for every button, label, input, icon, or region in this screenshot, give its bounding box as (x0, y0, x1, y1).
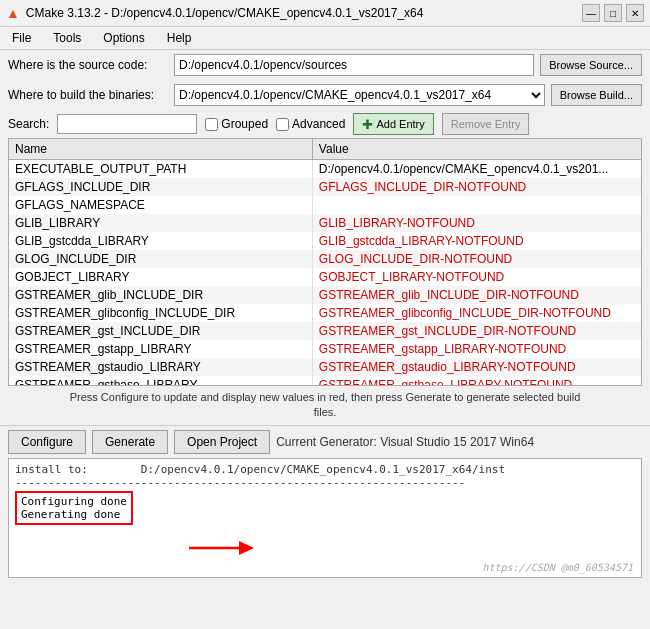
cell-value: GLIB_LIBRARY-NOTFOUND (312, 214, 641, 232)
advanced-label: Advanced (292, 117, 345, 131)
source-row: Where is the source code: Browse Source.… (0, 50, 650, 80)
cell-name: GSTREAMER_glibconfig_INCLUDE_DIR (9, 304, 312, 322)
cell-value: D:/opencv4.0.1/opencv/CMAKE_opencv4.0.1_… (312, 160, 641, 179)
output-line: ----------------------------------------… (15, 476, 635, 489)
window-title: CMake 3.13.2 - D:/opencv4.0.1/opencv/CMA… (26, 6, 424, 20)
grouped-checkbox-group: Grouped (205, 117, 268, 131)
generate-button[interactable]: Generate (92, 430, 168, 454)
cell-name: GSTREAMER_gstaudio_LIBRARY (9, 358, 312, 376)
svg-marker-1 (239, 541, 254, 555)
cell-value: GFLAGS_INCLUDE_DIR-NOTFOUND (312, 178, 641, 196)
output-line: install to: D:/opencv4.0.1/opencv/CMAKE_… (15, 463, 635, 476)
cell-value: GSTREAMER_gstapp_LIBRARY-NOTFOUND (312, 340, 641, 358)
cell-name: GSTREAMER_gstapp_LIBRARY (9, 340, 312, 358)
cmake-variables-table: Name Value EXECUTABLE_OUTPUT_PATHD:/open… (9, 139, 641, 386)
menu-tools[interactable]: Tools (49, 29, 85, 47)
add-icon: ✚ (362, 117, 373, 132)
grouped-checkbox[interactable] (205, 118, 218, 131)
search-row: Search: Grouped Advanced ✚ Add Entry Rem… (0, 110, 650, 138)
cell-name: GLIB_gstcdda_LIBRARY (9, 232, 312, 250)
cell-name: GFLAGS_NAMESPACE (9, 196, 312, 214)
grouped-label: Grouped (221, 117, 268, 131)
menu-help[interactable]: Help (163, 29, 196, 47)
data-table-container[interactable]: Name Value EXECUTABLE_OUTPUT_PATHD:/open… (8, 138, 642, 386)
cell-name: GLOG_INCLUDE_DIR (9, 250, 312, 268)
title-left-group: ▲ CMake 3.13.2 - D:/opencv4.0.1/opencv/C… (6, 5, 423, 21)
highlighted-output-line: Configuring done (21, 495, 127, 508)
menu-bar: File Tools Options Help (0, 27, 650, 50)
output-text: install to: D:/opencv4.0.1/opencv/CMAKE_… (9, 459, 641, 531)
cell-name: GSTREAMER_gstbase_LIBRARY (9, 376, 312, 386)
cell-value: GLOG_INCLUDE_DIR-NOTFOUND (312, 250, 641, 268)
menu-file[interactable]: File (8, 29, 35, 47)
cell-name: EXECUTABLE_OUTPUT_PATH (9, 160, 312, 179)
app-icon: ▲ (6, 5, 20, 21)
table-row[interactable]: GSTREAMER_gstbase_LIBRARYGSTREAMER_gstba… (9, 376, 641, 386)
cell-value (312, 196, 641, 214)
cell-value: GSTREAMER_gst_INCLUDE_DIR-NOTFOUND (312, 322, 641, 340)
source-label: Where is the source code: (8, 58, 168, 72)
table-row[interactable]: GSTREAMER_gstapp_LIBRARYGSTREAMER_gstapp… (9, 340, 641, 358)
status-text: Press Configure to update and display ne… (70, 391, 581, 418)
title-controls: — □ ✕ (582, 4, 644, 22)
cell-name: GSTREAMER_glib_INCLUDE_DIR (9, 286, 312, 304)
status-area: Press Configure to update and display ne… (0, 386, 650, 425)
column-header-name: Name (9, 139, 312, 160)
cell-value: GSTREAMER_glib_INCLUDE_DIR-NOTFOUND (312, 286, 641, 304)
add-entry-button[interactable]: ✚ Add Entry (353, 113, 433, 135)
cell-name: GSTREAMER_gst_INCLUDE_DIR (9, 322, 312, 340)
highlighted-output-line: Generating done (21, 508, 127, 521)
title-bar: ▲ CMake 3.13.2 - D:/opencv4.0.1/opencv/C… (0, 0, 650, 27)
output-container[interactable]: install to: D:/opencv4.0.1/opencv/CMAKE_… (8, 458, 642, 578)
table-row[interactable]: GLIB_LIBRARYGLIB_LIBRARY-NOTFOUND (9, 214, 641, 232)
add-entry-label: Add Entry (376, 118, 424, 130)
table-row[interactable]: GFLAGS_NAMESPACE (9, 196, 641, 214)
generator-label: Current Generator: Visual Studio 15 2017… (276, 435, 642, 449)
binaries-label: Where to build the binaries: (8, 88, 168, 102)
table-row[interactable]: GSTREAMER_gst_INCLUDE_DIRGSTREAMER_gst_I… (9, 322, 641, 340)
remove-entry-label: Remove Entry (451, 118, 521, 130)
cell-name: GOBJECT_LIBRARY (9, 268, 312, 286)
browse-build-button[interactable]: Browse Build... (551, 84, 642, 106)
configure-button[interactable]: Configure (8, 430, 86, 454)
open-project-button[interactable]: Open Project (174, 430, 270, 454)
search-label: Search: (8, 117, 49, 131)
binaries-select[interactable]: D:/opencv4.0.1/opencv/CMAKE_opencv4.0.1_… (174, 84, 545, 106)
search-input[interactable] (57, 114, 197, 134)
buttons-row: Configure Generate Open Project Current … (0, 425, 650, 458)
maximize-button[interactable]: □ (604, 4, 622, 22)
table-row[interactable]: GFLAGS_INCLUDE_DIRGFLAGS_INCLUDE_DIR-NOT… (9, 178, 641, 196)
table-row[interactable]: GOBJECT_LIBRARYGOBJECT_LIBRARY-NOTFOUND (9, 268, 641, 286)
cell-name: GLIB_LIBRARY (9, 214, 312, 232)
watermark: https://CSDN @m0_60534571 (482, 562, 633, 573)
table-row[interactable]: GSTREAMER_gstaudio_LIBRARYGSTREAMER_gsta… (9, 358, 641, 376)
column-header-value: Value (312, 139, 641, 160)
cell-name: GFLAGS_INCLUDE_DIR (9, 178, 312, 196)
minimize-button[interactable]: — (582, 4, 600, 22)
highlight-output-box: Configuring doneGenerating done (15, 491, 133, 525)
table-row[interactable]: GLOG_INCLUDE_DIRGLOG_INCLUDE_DIR-NOTFOUN… (9, 250, 641, 268)
advanced-checkbox-group: Advanced (276, 117, 345, 131)
remove-entry-button[interactable]: Remove Entry (442, 113, 530, 135)
table-row[interactable]: GSTREAMER_glib_INCLUDE_DIRGSTREAMER_glib… (9, 286, 641, 304)
binaries-row: Where to build the binaries: D:/opencv4.… (0, 80, 650, 110)
highlight-arrow (179, 533, 259, 563)
close-button[interactable]: ✕ (626, 4, 644, 22)
cell-value: GSTREAMER_glibconfig_INCLUDE_DIR-NOTFOUN… (312, 304, 641, 322)
table-row[interactable]: EXECUTABLE_OUTPUT_PATHD:/opencv4.0.1/ope… (9, 160, 641, 179)
source-input[interactable] (174, 54, 534, 76)
table-row[interactable]: GSTREAMER_glibconfig_INCLUDE_DIRGSTREAME… (9, 304, 641, 322)
cell-value: GOBJECT_LIBRARY-NOTFOUND (312, 268, 641, 286)
table-row[interactable]: GLIB_gstcdda_LIBRARYGLIB_gstcdda_LIBRARY… (9, 232, 641, 250)
table-body: EXECUTABLE_OUTPUT_PATHD:/opencv4.0.1/ope… (9, 160, 641, 387)
menu-options[interactable]: Options (99, 29, 148, 47)
cell-value: GLIB_gstcdda_LIBRARY-NOTFOUND (312, 232, 641, 250)
cell-value: GSTREAMER_gstaudio_LIBRARY-NOTFOUND (312, 358, 641, 376)
browse-source-button[interactable]: Browse Source... (540, 54, 642, 76)
advanced-checkbox[interactable] (276, 118, 289, 131)
cell-value: GSTREAMER_gstbase_LIBRARY-NOTFOUND (312, 376, 641, 386)
